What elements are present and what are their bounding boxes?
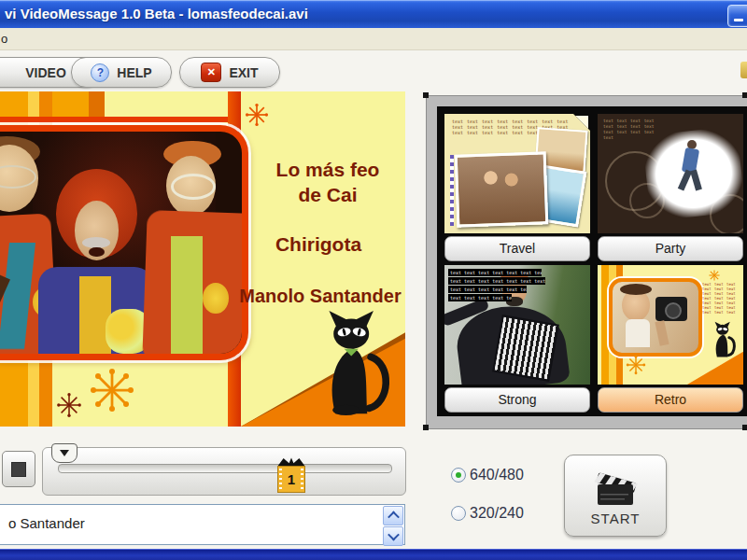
placeholder-line: text text text text text text text	[448, 277, 545, 285]
minimize-button[interactable]	[727, 5, 747, 27]
placeholder-line: text text text text text text	[448, 286, 527, 293]
photo-decor	[492, 315, 559, 382]
radio-320-icon[interactable]	[451, 506, 466, 521]
preview-text-line4: Manolo Santander	[235, 286, 405, 307]
starburst-icon	[56, 392, 82, 418]
template-retro-image: text text text text text text text text …	[598, 265, 743, 385]
resolution-option-640[interactable]: 640/480	[451, 467, 524, 483]
resolution-320-label: 320/240	[470, 505, 524, 522]
photo-decor	[450, 155, 454, 226]
stop-icon	[11, 462, 26, 477]
photo-decor	[655, 320, 669, 346]
frame-marker[interactable]: 1	[277, 457, 305, 493]
stripe	[0, 117, 235, 122]
starburst-icon	[89, 367, 135, 413]
scroll-down-button[interactable]	[383, 526, 403, 546]
starburst-icon	[245, 103, 269, 127]
template-party-label: Party	[598, 236, 743, 261]
cat-icon	[712, 321, 736, 358]
frame-marker-body: 1	[277, 466, 305, 493]
frame-number: 1	[288, 471, 295, 487]
resize-handle[interactable]	[742, 92, 747, 98]
bottom-window-edge	[0, 549, 747, 560]
starburst-icon	[708, 269, 721, 282]
stop-button[interactable]	[2, 451, 35, 487]
template-strong-image: text text text text text text text text …	[444, 265, 590, 385]
resolution-option-320[interactable]: 320/240	[451, 505, 524, 522]
resize-handle[interactable]	[423, 425, 429, 430]
photo-decor	[203, 283, 229, 314]
clapperboard-icon	[591, 466, 640, 509]
template-placeholder-text: text text text text text text text text …	[702, 282, 736, 315]
down-triangle-icon	[60, 450, 69, 456]
photo-decor	[79, 276, 111, 357]
template-travel-label: Travel	[444, 236, 590, 261]
preview-text-line3: Chirigota	[241, 233, 396, 256]
radio-640-icon[interactable]	[451, 468, 466, 483]
video-preview: Lo más feo de Cai Chirigota Manolo Santa…	[0, 91, 405, 427]
template-party[interactable]: text text text text text text text text …	[598, 114, 743, 261]
radio-selected-dot	[456, 472, 461, 478]
photo-decor	[171, 174, 216, 199]
scroll-up-button[interactable]	[383, 506, 403, 525]
template-travel[interactable]: text text text text text text text text …	[444, 114, 590, 261]
caption-input[interactable]: o Santander	[0, 504, 405, 545]
photo-decor	[455, 151, 549, 227]
template-strong-label: Strong	[444, 387, 590, 413]
photo-decor	[171, 236, 203, 358]
template-retro[interactable]: text text text text text text text text …	[598, 265, 743, 413]
preview-text-line1: Lo más feo	[250, 159, 405, 181]
slider-start-marker[interactable]	[51, 443, 78, 463]
seek-track[interactable]	[58, 464, 392, 473]
help-button-label: HELP	[117, 65, 151, 80]
placeholder-line: text text text text text	[448, 294, 512, 301]
caption-scrollbar	[383, 506, 403, 546]
resize-handle[interactable]	[423, 92, 429, 98]
preview-text-line2: de Cai	[250, 184, 405, 206]
photo-decor	[601, 265, 609, 385]
start-button[interactable]: START	[564, 455, 667, 537]
film-perforation	[301, 469, 303, 490]
template-travel-image: text text text text text text text text …	[444, 114, 590, 233]
resize-handle[interactable]	[742, 425, 747, 430]
template-placeholder-text: text text text text text text text text …	[603, 119, 661, 141]
help-icon: ?	[91, 63, 109, 82]
start-button-label: START	[591, 511, 641, 526]
partial-toolbar-icon	[740, 62, 747, 78]
exit-icon: ✕	[201, 63, 221, 82]
starburst-icon	[626, 355, 646, 375]
photo-decor	[626, 319, 650, 347]
window-title: vi VideoMessage 1.0 Beta - lomasfeodecai…	[5, 6, 308, 21]
caption-text: o Santander	[0, 505, 404, 531]
photo-decor	[609, 278, 702, 357]
video-button-label: VIDEO	[25, 65, 66, 80]
help-button[interactable]: ? HELP	[71, 57, 172, 88]
cat-icon	[319, 306, 390, 420]
photo-decor	[665, 302, 682, 319]
resolution-640-label: 640/480	[470, 467, 524, 483]
title-bar: vi VideoMessage 1.0 Beta - lomasfeodecai…	[0, 0, 747, 28]
chevron-up-icon	[388, 511, 400, 524]
chevron-down-icon	[388, 529, 400, 541]
video-frame	[0, 125, 248, 360]
app-window: vi VideoMessage 1.0 Beta - lomasfeodecai…	[0, 0, 747, 560]
template-party-image: text text text text text text text text …	[598, 114, 743, 233]
placeholder-line: text text text text text text text	[448, 269, 542, 276]
menu-item-partial[interactable]: o	[1, 32, 7, 46]
minimize-icon	[734, 19, 743, 21]
photo-decor	[575, 116, 588, 129]
template-strong[interactable]: text text text text text text text text …	[444, 265, 590, 413]
template-placeholder-lines: text text text text text text text text …	[448, 269, 551, 302]
film-perforation	[279, 469, 282, 490]
template-retro-label: Retro	[598, 387, 743, 413]
menu-bar: o	[0, 28, 747, 50]
exit-button-label: EXIT	[229, 65, 258, 80]
photo-decor	[620, 284, 652, 295]
exit-button[interactable]: ✕ EXIT	[179, 57, 280, 88]
